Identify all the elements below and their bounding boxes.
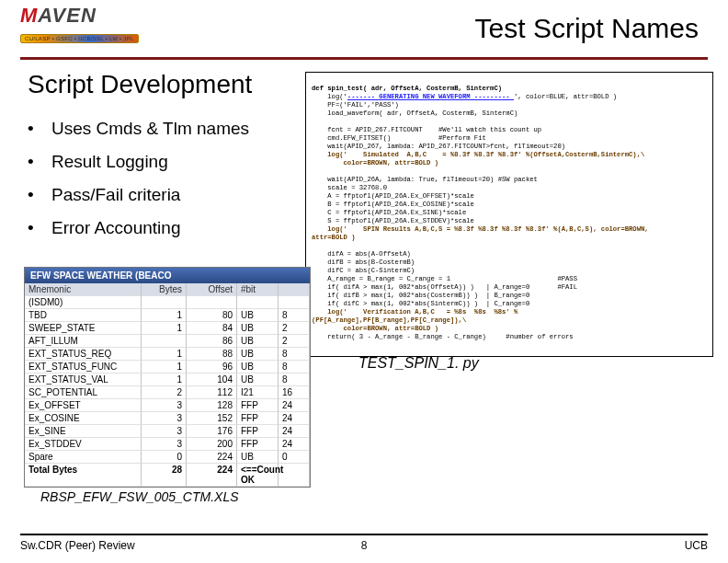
table-row: EXT_STATUS_FUNC196UB8 — [25, 361, 310, 373]
cell-no: 8 — [279, 373, 310, 386]
cell-by: 2 — [142, 386, 187, 399]
cell-mn: Ex_OFFSET — [25, 399, 142, 412]
cell-bi: <==Count OK — [237, 464, 279, 487]
cell-by: 1 — [142, 322, 187, 335]
code-line: C = ffptofl(APID_26A.Ex_SINE)*scale — [312, 209, 466, 216]
code-line: cmd.EFW_FITSET() #Perform Fit — [312, 134, 486, 142]
cell-no: 16 — [279, 386, 310, 399]
cell-by — [142, 335, 187, 348]
table-row: Ex_OFFSET3128FFP24 — [25, 399, 310, 412]
xls-filename: RBSP_EFW_FSW_005_CTM.XLS — [40, 489, 239, 504]
col-bits: #bit — [237, 283, 279, 296]
cell-of: 152 — [187, 412, 237, 425]
cell-by: 0 — [142, 451, 187, 464]
code-line: difA = abs(A-OffsetA) — [312, 250, 411, 258]
cell-of: 104 — [187, 373, 237, 386]
page-number: 8 — [361, 539, 368, 552]
table-row: SC_POTENTIAL2112I2116 — [25, 386, 310, 399]
ctm-table: EFW SPACE WEATHER (BEACO Mnemonic Bytes … — [24, 267, 311, 488]
table-row: TBD180UB8 — [25, 309, 310, 322]
cell-no: 2 — [279, 322, 310, 335]
code-listing: def spin_test( adr, OffsetA, CostermB, S… — [305, 72, 713, 357]
cell-of: 88 — [187, 348, 237, 361]
cell-by: 1 — [142, 348, 187, 361]
cell-mn: (ISDM0) — [25, 296, 142, 309]
table-row: Spare0224UB0 — [25, 451, 310, 464]
logo-rest: AVEN — [38, 4, 97, 27]
cell-mn: EXT_STATUS_REQ — [25, 348, 142, 361]
code-line: A_range = B_range = C_range = 1 #PASS — [312, 275, 577, 282]
logo-subline: CU/LASP • GSFC • UCB/SSL • LM • JPL — [20, 34, 139, 43]
cell-by — [142, 296, 187, 309]
cell-of: 200 — [187, 438, 237, 451]
cell-mn: SWEEP_STATE — [25, 322, 142, 335]
code-line: (PF[A_range],PF[B_range],PF[C_range]),\ — [312, 316, 466, 324]
cell-of: 112 — [187, 386, 237, 399]
slide-title: Test Script Names — [475, 13, 699, 44]
code-line: if( difC > max(1, 002*abs(SintermC)) ) |… — [312, 300, 529, 307]
logo-wordmark: MAVEN — [20, 4, 139, 28]
cell-no: 8 — [279, 348, 310, 361]
cell-bi: UB — [237, 309, 279, 322]
table-column-header: Mnemonic Bytes Offset #bit — [25, 283, 310, 296]
cell-bi: FFP — [237, 412, 279, 425]
cell-bi: FFP — [237, 438, 279, 451]
code-line: if( difB > max(1, 002*abs(CostermB)) ) |… — [312, 292, 529, 299]
code-line: wait(APID_267, lambda: APID_267.FITCOUNT… — [312, 143, 565, 150]
code-line: scale = 32768.0 — [312, 184, 387, 191]
code-line: difC = abs(C-SintermC) — [312, 267, 415, 274]
code-line: load_waveform( adr, OffsetA, CostermB, S… — [312, 109, 518, 117]
cell-no — [279, 296, 310, 309]
table-row: Ex_STDDEV3200FFP24 — [25, 438, 310, 451]
cell-of: 80 — [187, 309, 237, 322]
bullet-item: •Pass/Fail criteria — [28, 178, 249, 212]
cell-mn: Spare — [25, 451, 142, 464]
footer-right: UCB — [685, 539, 708, 552]
cell-mn: Total Bytes — [25, 464, 142, 487]
cell-of: 224 — [187, 464, 237, 487]
col-mnemonic: Mnemonic — [25, 283, 142, 296]
section-title: Script Development — [28, 70, 252, 99]
col-offset: Offset — [187, 283, 237, 296]
table-row: AFT_ILLUM86UB2 — [25, 335, 310, 348]
slide-header: MAVEN CU/LASP • GSFC • UCB/SSL • LM • JP… — [20, 0, 708, 60]
bullet-item: •Uses Cmds & Tlm names — [28, 112, 249, 145]
cell-of: 224 — [187, 451, 237, 464]
cell-no: 24 — [279, 438, 310, 451]
cell-bi: UB — [237, 322, 279, 335]
code-line: A = ffptofl(APID_26A.Ex_OFFSET)*scale — [312, 192, 474, 200]
cell-by: 3 — [142, 399, 187, 412]
code-line: log('------- GENERATING NEW WAVEFORM ---… — [312, 93, 617, 100]
code-line: color=BROWN, attr=BOLD ) — [312, 159, 438, 167]
bullet-text: Error Accounting — [51, 218, 180, 237]
code-line: fcnt = APID_267.FITCOUNT #We'll watch th… — [312, 126, 541, 133]
cell-of: 96 — [187, 361, 237, 373]
cell-of: 86 — [187, 335, 237, 348]
table-row: Total Bytes28224<==Count OK — [25, 464, 310, 487]
cell-by: 3 — [142, 438, 187, 451]
col-bytes: Bytes — [142, 283, 187, 296]
table-row: EXT_STATUS_VAL1104UB8 — [25, 373, 310, 386]
table-title: EFW SPACE WEATHER (BEACO — [25, 268, 310, 283]
cell-mn: Ex_STDDEV — [25, 438, 142, 451]
cell-bi — [237, 296, 279, 309]
cell-of: 176 — [187, 425, 237, 438]
bullet-item: •Result Logging — [28, 145, 249, 178]
maven-logo: MAVEN CU/LASP • GSFC • UCB/SSL • LM • JP… — [20, 4, 139, 44]
logo-letter: M — [20, 4, 38, 27]
cell-by: 3 — [142, 412, 187, 425]
cell-bi: UB — [237, 361, 279, 373]
cell-by: 1 — [142, 361, 187, 373]
code-line: return( 3 - A_range - B_range - C_range)… — [312, 333, 574, 340]
python-filename: TEST_SPIN_1. py — [358, 355, 479, 372]
table-row: SWEEP_STATE184UB2 — [25, 322, 310, 335]
code-line: S = ffptofl(APID_26A.Ex_STDDEV)*scale — [312, 217, 474, 224]
bullet-text: Result Logging — [51, 152, 168, 171]
cell-mn: EXT_STATUS_VAL — [25, 373, 142, 386]
cell-by: 28 — [142, 464, 187, 487]
cell-by: 3 — [142, 425, 187, 438]
cell-bi: UB — [237, 335, 279, 348]
code-line: color=BROWN, attr=BOLD ) — [312, 325, 438, 332]
cell-no: 2 — [279, 335, 310, 348]
table-row: EXT_STATUS_REQ188UB8 — [25, 348, 310, 361]
